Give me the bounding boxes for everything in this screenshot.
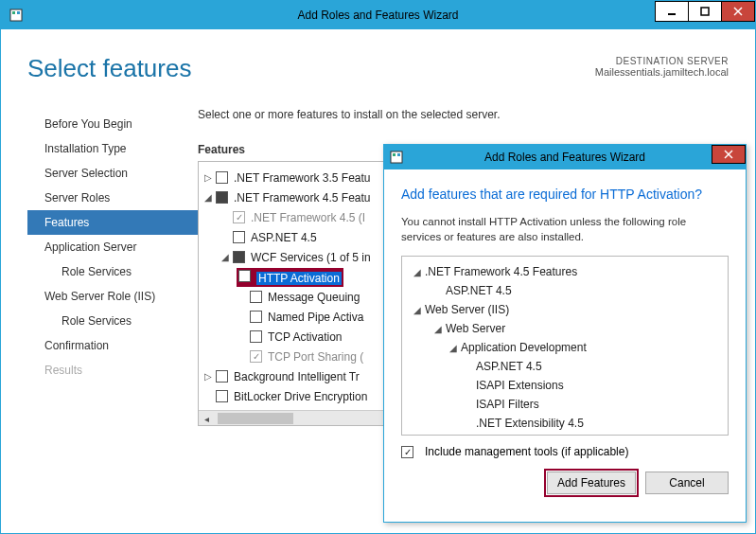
dialog-titlebar[interactable]: Add Roles and Features Wizard [384, 145, 746, 169]
expand-icon[interactable]: ▷ [202, 172, 214, 184]
include-tools-label: Include management tools (if applicable) [425, 445, 628, 458]
destination-value: Mailessentials.jamiltech.local [595, 66, 729, 78]
tree-item-bitlocker-drive[interactable]: BitLocker Drive Encryption [234, 390, 367, 403]
collapse-icon[interactable]: ◢ [202, 192, 214, 204]
instruction-text: Select one or more features to install o… [198, 108, 729, 121]
col-features: Features [198, 143, 245, 156]
dep-web-server-iis[interactable]: Web Server (IIS) [425, 303, 509, 316]
dep-aspnet45-role[interactable]: ASP.NET 4.5 [476, 360, 542, 373]
dialog-body: Add features that are required for HTTP … [384, 169, 746, 507]
svg-rect-4 [701, 8, 709, 15]
wizard-sidebar: Before You Begin Installation Type Serve… [27, 108, 198, 426]
collapse-icon[interactable]: ◢ [220, 252, 231, 263]
dep-aspnet45[interactable]: ASP.NET 4.5 [446, 284, 512, 297]
collapse-icon[interactable]: ◢ [432, 324, 444, 334]
cancel-button[interactable]: Cancel [645, 472, 729, 494]
tree-item-net45core: .NET Framework 4.5 (I [251, 211, 365, 224]
dialog-question: Add features that are required for HTTP … [401, 187, 729, 202]
window-buttons [656, 1, 755, 22]
dep-net45-features[interactable]: .NET Framework 4.5 Features [425, 265, 577, 278]
tree-item-named-pipe[interactable]: Named Pipe Activa [268, 311, 363, 324]
sidebar-item-web-server-role-iis[interactable]: Web Server Role (IIS) [27, 284, 198, 309]
dep-app-dev[interactable]: Application Development [461, 341, 587, 354]
checkbox-tcp-activation[interactable] [250, 330, 262, 343]
dep-net-ext45[interactable]: .NET Extensibility 4.5 [476, 417, 584, 430]
add-features-button[interactable]: Add Features [547, 472, 636, 494]
collapse-icon[interactable]: ◢ [448, 343, 459, 353]
sidebar-item-before-you-begin[interactable]: Before You Begin [27, 112, 198, 136]
dialog-dependency-tree[interactable]: ◢.NET Framework 4.5 Features ASP.NET 4.5… [401, 256, 729, 436]
sidebar-item-features[interactable]: Features [27, 210, 198, 235]
tree-item-msmq[interactable]: Message Queuing [268, 291, 360, 304]
checkbox-net45[interactable] [216, 191, 228, 204]
maximize-button[interactable] [688, 1, 722, 22]
include-tools-row[interactable]: Include management tools (if applicable) [401, 445, 729, 458]
close-button[interactable] [721, 1, 755, 22]
tree-item-net45[interactable]: .NET Framework 4.5 Featu [234, 191, 371, 205]
add-features-dialog: Add Roles and Features Wizard Add featur… [383, 144, 747, 523]
selected-feature-row[interactable]: HTTP Activation [237, 268, 343, 287]
window-title: Add Roles and Features Wizard [1, 9, 755, 22]
collapse-icon[interactable]: ◢ [412, 305, 423, 315]
checkbox-net35[interactable] [216, 171, 228, 184]
dep-isapi-ext[interactable]: ISAPI Extensions [476, 379, 564, 392]
checkbox-http-activation[interactable] [238, 270, 251, 282]
sidebar-item-confirmation[interactable]: Confirmation [27, 333, 198, 358]
tree-item-wcf[interactable]: WCF Services (1 of 5 in [251, 251, 371, 264]
dialog-message: You cannot install HTTP Activation unles… [401, 215, 729, 244]
dep-isapi-filters[interactable]: ISAPI Filters [476, 398, 539, 411]
tree-item-tcp-activation[interactable]: TCP Activation [268, 330, 342, 344]
destination-server: DESTINATION SERVER Mailessentials.jamilt… [595, 56, 729, 78]
checkbox-net45core [233, 211, 245, 223]
checkbox-wcf[interactable] [233, 251, 245, 263]
sidebar-item-role-services-appserver[interactable]: Role Services [27, 259, 198, 284]
tree-item-http-activation[interactable]: HTTP Activation [256, 272, 342, 285]
expand-icon[interactable]: ▷ [202, 371, 214, 383]
checkbox-bits[interactable] [216, 370, 228, 383]
svg-line-6 [734, 8, 742, 15]
checkbox-include-tools[interactable] [401, 446, 413, 458]
checkbox-msmq[interactable] [250, 291, 262, 303]
dialog-close-button[interactable] [712, 145, 746, 164]
sidebar-item-application-server[interactable]: Application Server [27, 235, 198, 259]
checkbox-named-pipe[interactable] [250, 311, 262, 323]
checkbox-aspnet45[interactable] [233, 231, 245, 243]
tree-item-tcp-port-sharing: TCP Port Sharing ( [268, 350, 363, 364]
sidebar-item-results: Results [27, 358, 198, 383]
minimize-button[interactable] [655, 1, 689, 22]
checkbox-tcp-port-sharing [250, 350, 262, 363]
dialog-buttons: Add Features Cancel [401, 472, 729, 494]
main-titlebar[interactable]: Add Roles and Features Wizard [1, 1, 755, 29]
scroll-left-icon[interactable]: ◂ [199, 411, 214, 426]
dep-web-server[interactable]: Web Server [446, 322, 505, 335]
destination-label: DESTINATION SERVER [595, 56, 729, 66]
sidebar-item-server-selection[interactable]: Server Selection [27, 161, 198, 186]
sidebar-item-installation-type[interactable]: Installation Type [27, 136, 198, 161]
sidebar-item-role-services-iis[interactable]: Role Services [27, 309, 198, 333]
checkbox-bitlocker-drive[interactable] [216, 390, 228, 402]
tree-item-net35[interactable]: .NET Framework 3.5 Featu [234, 171, 371, 185]
sidebar-item-server-roles[interactable]: Server Roles [27, 186, 198, 210]
tree-item-aspnet45[interactable]: ASP.NET 4.5 [251, 231, 317, 244]
scroll-thumb-h[interactable] [218, 413, 293, 424]
dialog-title: Add Roles and Features Wizard [384, 151, 746, 164]
collapse-icon[interactable]: ◢ [412, 267, 423, 277]
svg-line-5 [734, 8, 742, 15]
tree-item-bits[interactable]: Background Intelligent Tr [234, 370, 360, 383]
